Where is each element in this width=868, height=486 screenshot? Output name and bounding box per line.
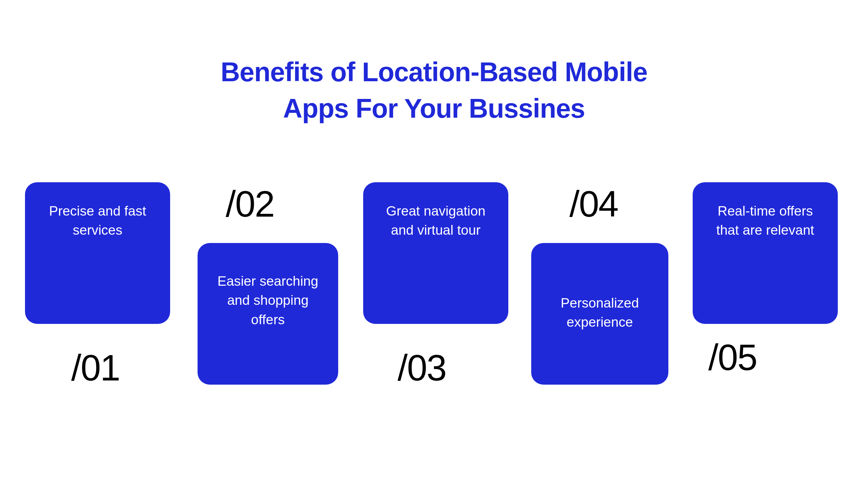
benefit-card-1: Precise and fast services: [25, 182, 170, 324]
benefit-card-5: Real-time offers that are relevant: [693, 182, 838, 324]
benefit-card-3-text: Great navigation and virtual tour: [386, 203, 485, 237]
benefit-card-4-text: Personalized experience: [561, 295, 639, 329]
number-label-05: /05: [708, 337, 757, 378]
number-label-01: /01: [71, 347, 120, 389]
number-label-04: /04: [569, 183, 618, 225]
number-label-02: /02: [226, 183, 274, 225]
benefit-card-4: Personalized experience: [531, 243, 668, 385]
diagram-title: Benefits of Location-Based Mobile Apps F…: [191, 54, 677, 127]
benefit-card-1-text: Precise and fast services: [49, 203, 146, 237]
benefit-card-3: Great navigation and virtual tour: [363, 182, 508, 324]
benefit-card-2: Easier searching and shopping offers: [198, 243, 338, 385]
benefit-card-5-text: Real-time offers that are relevant: [716, 203, 814, 237]
number-label-03: /03: [398, 347, 446, 389]
benefit-card-2-text: Easier searching and shopping offers: [217, 274, 318, 327]
